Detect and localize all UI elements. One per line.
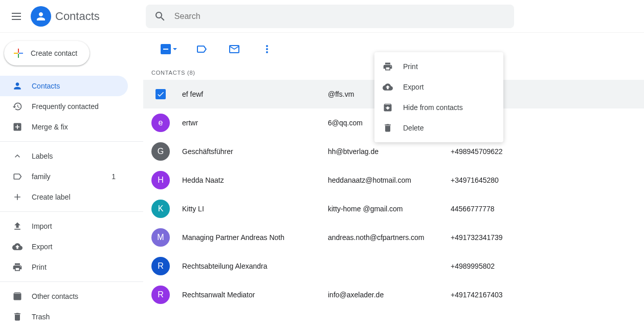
more-actions-menu: Print Export Hide from contacts Delete — [374, 52, 503, 142]
sidebar-item-trash[interactable]: Trash — [0, 307, 128, 327]
sidebar-item-merge[interactable]: Merge & fix — [0, 117, 128, 137]
create-contact-button[interactable]: Create contact — [4, 41, 90, 66]
menu-item-label: Hide from contacts — [403, 103, 463, 112]
sidebar-create-label[interactable]: Create label — [0, 187, 128, 207]
chevron-up-icon — [12, 151, 23, 161]
menu-item-label: Export — [403, 83, 424, 91]
sidebar-item-label: Frequently contacted — [32, 102, 99, 111]
contact-avatar: R — [151, 286, 170, 304]
sidebar-item-label: Other contacts — [32, 292, 78, 300]
labels-header-label: Labels — [32, 152, 53, 160]
indeterminate-checkbox-icon — [161, 44, 171, 54]
menu-item-delete[interactable]: Delete — [374, 118, 503, 138]
sidebar-item-frequent[interactable]: Frequently contacted — [0, 96, 128, 117]
contact-email: andreas.noth@cfpartners.com — [328, 233, 451, 242]
main-menu-button[interactable] — [4, 4, 29, 29]
print-icon — [12, 262, 23, 272]
hamburger-icon — [12, 13, 21, 20]
sidebar-item-other[interactable]: Other contacts — [0, 286, 128, 307]
plus-icon — [12, 47, 25, 59]
app-logo — [31, 6, 51, 27]
contact-name: Geschäftsführer — [182, 147, 328, 156]
trash-icon — [383, 123, 393, 133]
archive-icon — [12, 291, 23, 301]
create-label-text: Create label — [32, 193, 71, 201]
sidebar-item-label: Export — [32, 243, 52, 251]
header: Contacts — [0, 0, 644, 33]
more-actions-button[interactable] — [257, 39, 277, 59]
sidebar-item-label: Import — [32, 222, 52, 230]
dropdown-arrow-icon — [173, 48, 177, 50]
contact-name: Kitty LI — [182, 205, 328, 213]
contact-phone: +4989995802 — [451, 262, 495, 270]
sidebar-item-import[interactable]: Import — [0, 216, 128, 236]
contact-avatar: e — [151, 114, 170, 132]
person-icon — [35, 10, 47, 23]
create-contact-label: Create contact — [31, 49, 77, 57]
contact-name: Hedda Naatz — [182, 176, 328, 184]
contact-row[interactable]: RRechtsabteilung Alexandra+4989995802 — [143, 252, 644, 280]
trash-icon — [12, 312, 23, 322]
app-title: Contacts — [55, 10, 100, 23]
plus-icon — [12, 192, 23, 202]
label-icon — [12, 171, 23, 182]
contact-phone: +491742167403 — [451, 291, 503, 299]
contact-name: Rechtsanwalt Mediator — [182, 291, 328, 299]
cloud-upload-icon — [12, 242, 23, 252]
contact-email: info@axelader.de — [328, 291, 451, 299]
cloud-upload-icon — [383, 82, 393, 92]
sidebar-item-label: Contacts — [32, 82, 60, 90]
person-icon — [12, 81, 23, 91]
contact-row[interactable]: KKitty LIkitty-home @gmail.com4456677777… — [143, 194, 644, 223]
contact-name: Rechtsabteilung Alexandra — [182, 262, 328, 270]
sidebar-item-label: Print — [32, 263, 47, 271]
search-input[interactable] — [174, 12, 506, 21]
menu-item-label: Delete — [403, 124, 424, 132]
contact-phone: 44566777778 — [451, 205, 495, 213]
more-vert-icon — [261, 43, 273, 55]
contact-row[interactable]: RRechtsanwalt Mediatorinfo@axelader.de+4… — [143, 280, 644, 309]
upload-icon — [12, 221, 23, 231]
contact-name: Managing Partner Andreas Noth — [182, 233, 328, 242]
contact-name: ertwr — [182, 119, 328, 127]
label-button[interactable] — [191, 39, 212, 59]
print-icon — [383, 61, 393, 72]
merge-icon — [12, 122, 23, 132]
contact-row[interactable]: MManaging Partner Andreas Nothandreas.no… — [143, 223, 644, 252]
sidebar-label-name: family — [32, 172, 51, 181]
checkbox-checked-icon[interactable] — [156, 89, 166, 99]
contact-avatar: K — [151, 200, 170, 218]
main-content: CONTACTS (8) ef fewf@ffs.vm42323435532ee… — [143, 33, 644, 327]
menu-item-label: Print — [403, 62, 418, 71]
menu-item-print[interactable]: Print — [374, 56, 503, 77]
email-button[interactable] — [224, 39, 245, 59]
contact-row[interactable]: HHedda Naatzheddanaatz@hotmail.com+34971… — [143, 166, 644, 194]
contact-email: kitty-home @gmail.com — [328, 205, 451, 213]
sidebar-item-label: Merge & fix — [32, 123, 68, 131]
contact-name: ef fewf — [182, 90, 328, 98]
sidebar-labels-header[interactable]: Labels — [0, 146, 128, 166]
menu-item-export[interactable]: Export — [374, 77, 503, 97]
search-icon — [154, 10, 166, 23]
contact-email: hh@btverlag.de — [328, 147, 451, 156]
contact-phone: +34971645280 — [451, 176, 499, 184]
archive-icon — [383, 102, 393, 113]
email-icon — [228, 43, 240, 55]
contact-phone: +491732341739 — [451, 233, 503, 242]
sidebar-item-label: Trash — [32, 313, 50, 321]
sidebar-item-print[interactable]: Print — [0, 257, 128, 277]
sidebar-label-count: 1 — [112, 172, 116, 181]
history-icon — [12, 101, 23, 112]
search-bar[interactable] — [146, 5, 514, 28]
label-icon — [195, 43, 208, 55]
select-all-button[interactable] — [159, 39, 179, 59]
contact-avatar: R — [151, 257, 170, 275]
menu-item-hide[interactable]: Hide from contacts — [374, 97, 503, 118]
contact-avatar: H — [151, 171, 170, 189]
sidebar-item-export[interactable]: Export — [0, 236, 128, 257]
contact-avatar: G — [151, 142, 170, 161]
sidebar: Create contact Contacts Frequently conta… — [0, 33, 143, 327]
sidebar-label-family[interactable]: family 1 — [0, 166, 128, 187]
sidebar-item-contacts[interactable]: Contacts — [0, 76, 128, 96]
contact-phone: +498945709622 — [451, 147, 503, 156]
